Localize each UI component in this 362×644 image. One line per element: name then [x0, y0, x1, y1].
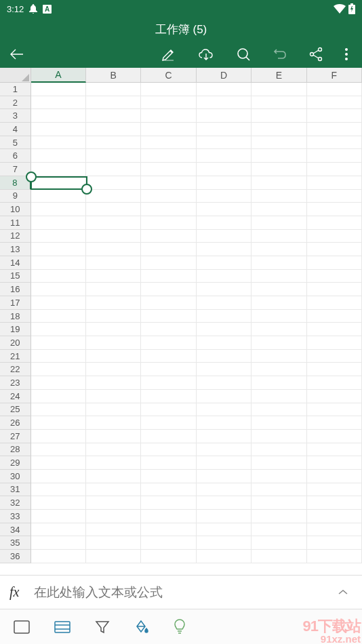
card-view-button[interactable] [14, 620, 30, 634]
cell[interactable] [252, 443, 306, 457]
cell[interactable] [307, 523, 362, 537]
cell[interactable] [86, 256, 141, 270]
grid-body[interactable]: 1234567891011121314151617181920212223242… [0, 83, 362, 575]
cell[interactable] [197, 190, 252, 203]
cell[interactable] [31, 310, 86, 323]
formula-input[interactable] [34, 585, 334, 600]
cell[interactable] [86, 216, 141, 230]
fill-button[interactable] [134, 620, 149, 635]
cell[interactable] [252, 470, 306, 483]
cell[interactable] [31, 523, 86, 537]
cell[interactable] [86, 350, 141, 363]
cell[interactable] [31, 136, 86, 150]
cell[interactable] [141, 216, 196, 230]
cell[interactable] [31, 536, 86, 550]
cell[interactable] [252, 283, 306, 296]
row-header-16[interactable]: 16 [0, 283, 31, 296]
row-header-32[interactable]: 32 [0, 496, 31, 510]
col-header-F[interactable]: F [307, 68, 362, 82]
cell[interactable] [252, 336, 306, 350]
cell[interactable] [141, 203, 196, 216]
cell[interactable] [197, 350, 252, 363]
undo-button[interactable] [273, 47, 287, 62]
cell[interactable] [197, 96, 252, 110]
cell[interactable] [86, 243, 141, 256]
cell[interactable] [307, 470, 362, 483]
cell[interactable] [307, 83, 362, 96]
cell[interactable] [86, 403, 141, 417]
fx-label[interactable]: fx [9, 584, 19, 600]
cell[interactable] [141, 510, 196, 523]
cell[interactable] [141, 270, 196, 283]
row-header-10[interactable]: 10 [0, 203, 31, 216]
cell[interactable] [141, 403, 196, 417]
cell[interactable] [252, 323, 306, 336]
cell[interactable] [307, 270, 362, 283]
cell[interactable] [307, 123, 362, 136]
cell[interactable] [197, 363, 252, 376]
cell[interactable] [197, 136, 252, 150]
cell[interactable] [197, 430, 252, 443]
cell[interactable] [197, 243, 252, 256]
row-header-4[interactable]: 4 [0, 123, 31, 136]
cell[interactable] [31, 470, 86, 483]
row-header-31[interactable]: 31 [0, 483, 31, 497]
cell[interactable] [307, 403, 362, 417]
cell[interactable] [197, 230, 252, 243]
cell[interactable] [307, 550, 362, 563]
cell[interactable] [197, 163, 252, 176]
cell[interactable] [86, 483, 141, 497]
row-header-33[interactable]: 33 [0, 510, 31, 523]
cell[interactable] [307, 96, 362, 110]
cell[interactable] [252, 83, 306, 96]
cell[interactable] [31, 510, 86, 523]
cell[interactable] [307, 136, 362, 150]
cell[interactable] [31, 416, 86, 430]
cell[interactable] [252, 149, 306, 163]
cell[interactable] [252, 550, 306, 563]
cell[interactable] [252, 483, 306, 497]
cell[interactable] [86, 470, 141, 483]
cell[interactable] [31, 376, 86, 390]
cell[interactable] [307, 536, 362, 550]
cell[interactable] [141, 523, 196, 537]
cell[interactable] [252, 230, 306, 243]
cell[interactable] [197, 416, 252, 430]
cell[interactable] [252, 523, 306, 537]
cell[interactable] [197, 149, 252, 163]
cell[interactable] [141, 296, 196, 310]
cell[interactable] [197, 203, 252, 216]
cell[interactable] [86, 270, 141, 283]
cell[interactable] [197, 109, 252, 123]
cell[interactable] [197, 296, 252, 310]
cell[interactable] [197, 496, 252, 510]
cell[interactable] [307, 430, 362, 443]
share-button[interactable] [309, 47, 323, 62]
row-header-25[interactable]: 25 [0, 403, 31, 417]
cell[interactable] [252, 270, 306, 283]
row-header-29[interactable]: 29 [0, 456, 31, 470]
cell[interactable] [252, 350, 306, 363]
cell[interactable] [141, 376, 196, 390]
cell[interactable] [252, 310, 306, 323]
cell[interactable] [307, 376, 362, 390]
cell[interactable] [197, 456, 252, 470]
cell[interactable] [252, 496, 306, 510]
cell[interactable] [141, 496, 196, 510]
cell[interactable] [86, 203, 141, 216]
cell[interactable] [31, 109, 86, 123]
cell[interactable] [307, 296, 362, 310]
cell[interactable] [31, 483, 86, 497]
cell[interactable] [197, 310, 252, 323]
row-header-35[interactable]: 35 [0, 536, 31, 550]
cell[interactable] [141, 390, 196, 403]
cell[interactable] [86, 109, 141, 123]
cell[interactable] [31, 190, 86, 203]
cell[interactable] [307, 230, 362, 243]
cell[interactable] [141, 336, 196, 350]
cell[interactable] [31, 323, 86, 336]
cell[interactable] [31, 216, 86, 230]
more-button[interactable] [344, 47, 348, 61]
row-header-2[interactable]: 2 [0, 96, 31, 110]
cell[interactable] [86, 96, 141, 110]
